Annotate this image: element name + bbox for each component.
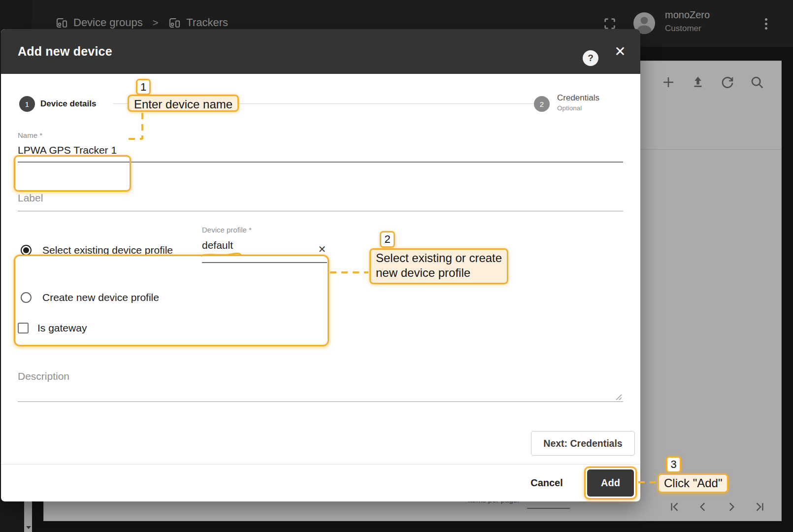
radio-create-new-profile[interactable]: Create new device profile [21, 292, 159, 303]
annotation-3-callout: Click "Add" [658, 473, 728, 493]
device-profile-label: Device profile * [202, 226, 252, 234]
name-field-label: Name * [18, 131, 42, 139]
close-dialog-button[interactable]: ✕ [612, 43, 628, 60]
device-profile-select[interactable]: default [202, 239, 233, 251]
radio-select-existing-profile[interactable]: Select existing device profile [21, 244, 173, 256]
radio-selected-icon[interactable] [21, 245, 32, 256]
screen: Device groups > Trackers monoZero Custom… [0, 0, 793, 532]
annotation-2-callout: Select existing or create new device pro… [369, 248, 508, 284]
help-icon: ? [588, 53, 594, 64]
cancel-button[interactable]: Cancel [523, 472, 570, 494]
is-gateway-row[interactable]: Is gateway [18, 322, 87, 334]
add-device-dialog: Add new device ? ✕ 1 Device details 2 Cr… [1, 29, 640, 501]
annotation-2-connector [330, 271, 368, 273]
annotation-2-line1: Select existing or create [376, 251, 502, 266]
description-textarea[interactable]: Description [18, 370, 69, 382]
step-2-label: Credentials [557, 94, 599, 102]
help-button[interactable]: ? [583, 50, 598, 66]
is-gateway-checkbox[interactable] [18, 323, 29, 333]
radio-create-label: Create new device profile [42, 292, 159, 303]
step-2-circle[interactable]: 2 [534, 96, 550, 112]
label-input[interactable]: Label [18, 192, 43, 204]
clear-profile-button[interactable]: ✕ [315, 242, 329, 256]
annotation-1-connector [141, 113, 143, 139]
name-input-underline [18, 162, 623, 163]
is-gateway-label: Is gateway [37, 322, 87, 334]
resize-handle-icon[interactable] [614, 393, 623, 401]
next-credentials-button[interactable]: Next: Credentials [531, 431, 635, 456]
dialog-header: Add new device [1, 29, 640, 74]
footer-divider [1, 464, 640, 465]
radio-existing-label: Select existing device profile [42, 244, 173, 256]
add-button[interactable]: Add [587, 469, 634, 497]
step-2-sublabel: Optional [557, 105, 599, 112]
label-input-underline [18, 211, 623, 211]
annotation-1-connector [129, 138, 142, 140]
radio-unselected-icon[interactable] [21, 292, 32, 303]
step-1-circle[interactable]: 1 [19, 96, 35, 112]
annotation-1-callout: Enter device name [128, 95, 239, 112]
annotation-3-badge: 3 [666, 456, 681, 473]
description-underline [18, 401, 623, 402]
annotation-2-badge: 2 [380, 231, 395, 248]
annotation-3-connector [638, 481, 657, 483]
clear-icon: ✕ [318, 243, 327, 255]
annotation-2-line2: new device profile [376, 266, 502, 280]
dialog-title: Add new device [18, 44, 112, 59]
step-1-label[interactable]: Device details [40, 99, 101, 109]
name-input[interactable]: LPWA GPS Tracker 1 [18, 144, 117, 156]
annotation-1-badge: 1 [136, 79, 151, 95]
device-profile-underline [202, 262, 327, 263]
step-2-text[interactable]: Credentials Optional [555, 94, 601, 112]
marker-squiggle [200, 252, 242, 258]
close-icon: ✕ [614, 43, 626, 60]
